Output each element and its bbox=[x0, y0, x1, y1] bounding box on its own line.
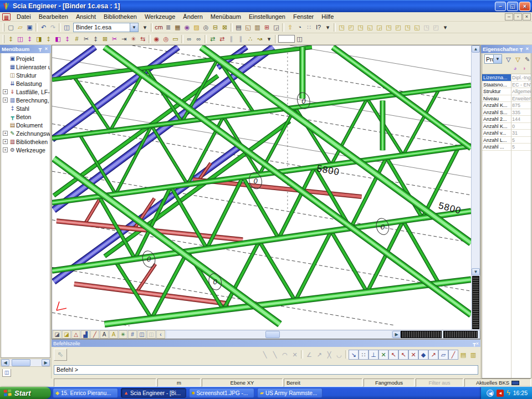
redo-icon[interactable]: ↷ bbox=[48, 23, 58, 32]
menu-item[interactable]: Datei bbox=[13, 13, 35, 21]
tray-volume-icon[interactable]: ◂ bbox=[497, 390, 504, 397]
cursor-tool-icon[interactable]: ⇖ bbox=[54, 349, 67, 361]
expand-icon[interactable] bbox=[3, 81, 8, 86]
node2-icon[interactable]: ◎ bbox=[161, 34, 171, 43]
library-icon[interactable]: ▥ bbox=[253, 23, 262, 32]
tray-chevron-icon[interactable]: ◀ bbox=[487, 390, 494, 397]
menubaum-hscrollbar[interactable]: ◀ ▶ bbox=[1, 359, 50, 367]
label1-icon[interactable]: A bbox=[100, 330, 109, 339]
close-panel-icon[interactable]: × bbox=[476, 341, 479, 346]
cut2-icon[interactable]: ✂ bbox=[110, 34, 119, 43]
star-icon[interactable]: ✳ bbox=[129, 34, 138, 43]
snap-diag-icon[interactable]: ╳ bbox=[324, 350, 334, 360]
close-button[interactable]: × bbox=[519, 2, 530, 11]
label2-icon[interactable]: A bbox=[109, 330, 118, 339]
dots-icon[interactable]: ∷ bbox=[304, 23, 314, 32]
sidebar-item-zeichnungswerkzeuge[interactable]: + ✎ Zeichnungswer bbox=[2, 129, 50, 137]
expand-icon[interactable] bbox=[3, 114, 8, 119]
view1-icon[interactable]: ◳ bbox=[337, 23, 346, 32]
property-row[interactable]: Anzahl 2... 144 bbox=[482, 116, 531, 123]
swap-icon[interactable]: ⇆ bbox=[138, 34, 147, 43]
menu-item[interactable]: Einstellungen bbox=[245, 13, 289, 21]
property-filter-combo[interactable]: Pro ▼ bbox=[484, 54, 502, 64]
menu-item[interactable]: Werkzeuge bbox=[141, 13, 179, 21]
view9-icon[interactable]: ◱ bbox=[412, 23, 422, 32]
status-ucs[interactable]: Aktuelles BKS bbox=[464, 378, 531, 387]
snap-para-icon[interactable]: ▱ bbox=[438, 350, 448, 360]
node1-icon[interactable]: ◉ bbox=[152, 34, 161, 43]
task-usarmy[interactable]: ▰ US Army Rammste... bbox=[257, 388, 323, 398]
filter-icon[interactable]: ▽ bbox=[504, 55, 513, 64]
undo-icon[interactable]: ↶ bbox=[39, 23, 48, 32]
beam6-icon[interactable]: ◧ bbox=[53, 34, 63, 43]
snap-ortho-icon[interactable]: ⊥ bbox=[369, 350, 378, 360]
property-row[interactable]: Anzahl K... 875 bbox=[482, 102, 531, 109]
view11-icon[interactable]: ◰ bbox=[431, 23, 441, 32]
view5-icon[interactable]: ◲ bbox=[375, 23, 384, 32]
view10-icon[interactable]: ◳ bbox=[422, 23, 431, 32]
mdi-restore-button[interactable]: ▫ bbox=[514, 13, 522, 21]
chevron-down-icon[interactable]: ▼ bbox=[493, 55, 502, 63]
measure-icon[interactable]: ╱ bbox=[90, 330, 99, 339]
view6-icon[interactable]: ◳ bbox=[384, 23, 393, 32]
beam4-icon[interactable]: ◨ bbox=[34, 34, 44, 43]
palette-icon[interactable]: ◉ bbox=[182, 23, 192, 32]
chevron-down-icon[interactable]: ▼ bbox=[130, 23, 138, 32]
collapse-icon[interactable]: ‹ bbox=[156, 330, 165, 339]
preview-icon[interactable]: ◱ bbox=[243, 23, 253, 32]
scroll-up-icon[interactable]: ▲ bbox=[472, 45, 480, 53]
move2-icon[interactable]: ⇄ bbox=[217, 34, 227, 43]
color-swatch[interactable] bbox=[278, 35, 295, 43]
sidebar-item-struktur[interactable]: ◫ Struktur bbox=[2, 71, 50, 79]
snap-tan-icon[interactable]: ╱ bbox=[448, 350, 458, 360]
expand-icon[interactable] bbox=[3, 106, 8, 111]
select-icon[interactable]: ▭ bbox=[171, 34, 180, 43]
property-row[interactable]: Lizenzna... Dipl.-Ing... bbox=[482, 74, 531, 81]
layers-icon[interactable]: ≣ bbox=[163, 23, 173, 32]
close-panel-icon[interactable]: × bbox=[524, 46, 530, 52]
pipe1-icon[interactable]: ∥ bbox=[227, 34, 236, 43]
property-row[interactable]: Anzahl L... 5 bbox=[482, 137, 531, 144]
window2-icon[interactable]: ◫ bbox=[147, 330, 156, 339]
beam5-icon[interactable]: ‡ bbox=[44, 34, 53, 43]
property-row[interactable]: Staatsno... EC - ENV bbox=[482, 81, 531, 89]
menu-item[interactable]: Hilfe bbox=[318, 13, 337, 21]
truss-model-canvas[interactable]: 0000058005800 bbox=[52, 45, 471, 330]
align-icon[interactable]: ⇥ bbox=[119, 34, 129, 43]
view2-icon[interactable]: ◰ bbox=[346, 23, 356, 32]
document-selector[interactable]: Binder 1c.esa ▼ bbox=[73, 23, 139, 32]
menu-item[interactable]: Bearbeiten bbox=[35, 13, 72, 21]
property-row[interactable]: Anzahl v... 31 bbox=[482, 130, 531, 137]
sidebar-item-stahl[interactable]: ‡ Stahl bbox=[2, 104, 50, 112]
minimize-button[interactable]: – bbox=[495, 2, 506, 11]
snap-note-icon[interactable]: ▥ bbox=[468, 350, 478, 360]
command-input[interactable] bbox=[54, 365, 478, 375]
curve-icon[interactable]: ↝ bbox=[255, 34, 264, 43]
hscroll-dark-thumb[interactable] bbox=[401, 331, 442, 338]
units-icon[interactable]: cm bbox=[154, 23, 163, 32]
dropdown3-icon[interactable]: ▾ bbox=[441, 23, 450, 32]
scroll-right-icon[interactable]: ▶ bbox=[42, 359, 50, 366]
scroll-left-icon[interactable]: ◀ bbox=[1, 359, 9, 366]
expand-icon[interactable] bbox=[3, 122, 8, 127]
task-enrico[interactable]: ◆ 15. Enrico Pieranu... bbox=[53, 388, 118, 398]
expand-icon[interactable] bbox=[3, 64, 8, 69]
render-icon[interactable]: ✳ bbox=[119, 330, 127, 339]
pagesetup-icon[interactable]: ◲ bbox=[272, 23, 281, 32]
snap-line-icon[interactable]: ╲ bbox=[260, 350, 270, 360]
view8-icon[interactable]: ◳ bbox=[403, 23, 412, 32]
snap-perp-icon[interactable]: ↗ bbox=[428, 350, 438, 360]
bed-icon[interactable]: ⊟ bbox=[211, 23, 220, 32]
donut-icon[interactable]: ◎ bbox=[201, 23, 211, 32]
workspace-icon[interactable]: ◫ bbox=[62, 23, 71, 32]
status-snap-toggle[interactable]: Fangmodus bbox=[364, 378, 415, 387]
pipe2-icon[interactable]: ∥ bbox=[236, 34, 245, 43]
sidebar-item-dokument[interactable]: ▤ Dokument bbox=[2, 121, 50, 129]
snap-curve-icon[interactable]: ◡ bbox=[334, 350, 344, 360]
folder-icon[interactable]: ▨ bbox=[192, 23, 201, 32]
zoomdoc-icon[interactable]: ◔ bbox=[295, 23, 304, 32]
scroll-thumb[interactable] bbox=[12, 359, 30, 366]
status-plane[interactable]: Ebene XY bbox=[202, 378, 283, 387]
expand-icon[interactable]: + bbox=[3, 131, 8, 136]
snap-x-icon[interactable]: ✕ bbox=[290, 350, 300, 360]
